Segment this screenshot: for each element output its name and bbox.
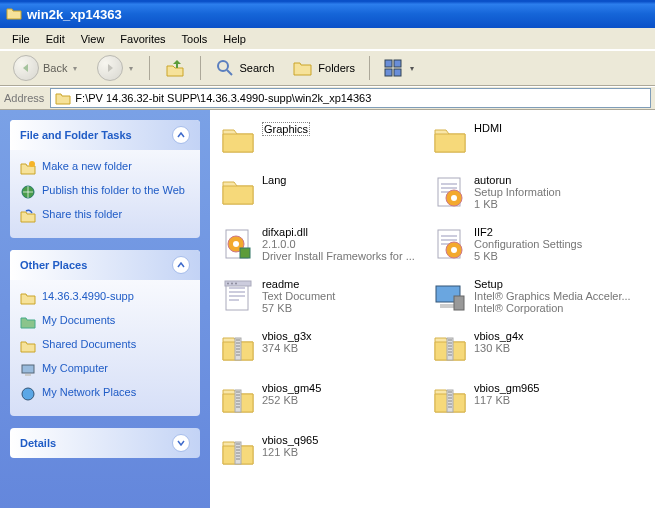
toolbar: Back ▾ ▾ Search Folders ▾	[0, 50, 655, 86]
file-item[interactable]: readmeText Document57 KB	[218, 274, 430, 318]
address-label: Address	[4, 92, 44, 104]
panel-other-places: Other Places 14.36.3.4990-supp My Docume…	[10, 250, 200, 416]
svg-point-16	[233, 241, 239, 247]
task-share[interactable]: Share this folder	[20, 204, 190, 228]
place-network[interactable]: My Network Places	[20, 382, 190, 406]
panel-head[interactable]: Details	[10, 428, 200, 458]
zip-icon	[432, 330, 468, 366]
file-meta: Setup Information	[474, 186, 640, 198]
search-label: Search	[239, 62, 274, 74]
panel-file-tasks: File and Folder Tasks Make a new folder …	[10, 120, 200, 238]
zip-icon	[220, 434, 256, 470]
shared-icon	[20, 338, 36, 354]
task-label: Share this folder	[42, 208, 122, 220]
place-my-documents[interactable]: My Documents	[20, 310, 190, 334]
collapse-icon	[172, 256, 190, 274]
file-name: Setup	[474, 278, 640, 290]
task-publish[interactable]: Publish this folder to the Web	[20, 180, 190, 204]
file-name: vbios_q965	[262, 434, 428, 446]
search-button[interactable]: Search	[208, 54, 281, 82]
menu-file[interactable]: File	[4, 31, 38, 47]
file-meta: 374 KB	[262, 342, 428, 354]
file-item[interactable]: IIF2Configuration Settings5 KB	[430, 222, 642, 266]
task-label: My Documents	[42, 314, 115, 326]
file-item[interactable]: vbios_gm965117 KB	[430, 378, 642, 422]
views-button[interactable]: ▾	[377, 55, 423, 81]
dll-icon	[220, 226, 256, 262]
titlebar: win2k_xp14363	[0, 0, 655, 28]
file-item[interactable]: difxapi.dll2.1.0.0Driver Install Framewo…	[218, 222, 430, 266]
svg-rect-8	[22, 365, 34, 373]
panel-head[interactable]: Other Places	[10, 250, 200, 280]
expand-icon	[172, 434, 190, 452]
file-item[interactable]: vbios_gm45252 KB	[218, 378, 430, 422]
file-item[interactable]: autorunSetup Information1 KB	[430, 170, 642, 214]
menu-tools[interactable]: Tools	[174, 31, 216, 47]
file-list[interactable]: GraphicsHDMILangautorunSetup Information…	[210, 110, 655, 508]
svg-point-6	[29, 161, 35, 167]
svg-rect-9	[25, 374, 31, 376]
task-new-folder[interactable]: Make a new folder	[20, 156, 190, 180]
back-icon	[13, 55, 39, 81]
menu-favorites[interactable]: Favorites	[112, 31, 173, 47]
file-meta: Configuration Settings	[474, 238, 640, 250]
file-name: vbios_g4x	[474, 330, 640, 342]
file-item[interactable]: SetupIntel® Graphics Media Acceler...Int…	[430, 274, 642, 318]
separator	[369, 56, 370, 80]
place-my-computer[interactable]: My Computer	[20, 358, 190, 382]
chevron-down-icon: ▾	[408, 64, 416, 73]
globe-icon	[20, 184, 36, 200]
back-button[interactable]: Back ▾	[6, 51, 86, 85]
addressbar: Address F:\PV 14.36.32-bit SUPP\14.36.3.…	[0, 86, 655, 110]
menu-help[interactable]: Help	[215, 31, 254, 47]
svg-rect-28	[454, 296, 464, 310]
file-meta: Intel® Graphics Media Acceler...	[474, 290, 640, 302]
file-meta: 57 KB	[262, 302, 428, 314]
new-folder-icon	[20, 160, 36, 176]
documents-icon	[20, 314, 36, 330]
task-label: Publish this folder to the Web	[42, 184, 185, 196]
file-meta: 130 KB	[474, 342, 640, 354]
file-item[interactable]: vbios_q965121 KB	[218, 430, 430, 474]
file-meta: Text Document	[262, 290, 428, 302]
folders-button[interactable]: Folders	[285, 54, 362, 82]
forward-button[interactable]: ▾	[90, 51, 142, 85]
file-meta: 2.1.0.0	[262, 238, 428, 250]
folder-icon	[20, 290, 36, 306]
file-meta: Driver Install Frameworks for ...	[262, 250, 428, 262]
forward-icon	[97, 55, 123, 81]
place-parent-folder[interactable]: 14.36.3.4990-supp	[20, 286, 190, 310]
file-item[interactable]: HDMI	[430, 118, 642, 162]
separator	[149, 56, 150, 80]
file-meta: Intel® Corporation	[474, 302, 640, 314]
place-shared-documents[interactable]: Shared Documents	[20, 334, 190, 358]
file-name: HDMI	[474, 122, 640, 134]
network-icon	[20, 386, 36, 402]
file-item[interactable]: vbios_g3x374 KB	[218, 326, 430, 370]
svg-point-25	[235, 283, 237, 285]
address-input[interactable]: F:\PV 14.36.32-bit SUPP\14.36.3.4990-sup…	[50, 88, 651, 108]
task-label: Shared Documents	[42, 338, 136, 350]
svg-rect-5	[394, 69, 401, 76]
folder-icon	[432, 122, 468, 158]
panel-title: Other Places	[20, 259, 87, 271]
svg-rect-4	[385, 69, 392, 76]
menu-view[interactable]: View	[73, 31, 113, 47]
file-name: Graphics	[262, 122, 310, 136]
chevron-down-icon: ▾	[127, 64, 135, 73]
file-item[interactable]: Lang	[218, 170, 430, 214]
computer-icon	[20, 362, 36, 378]
file-meta: 1 KB	[474, 198, 640, 210]
menu-edit[interactable]: Edit	[38, 31, 73, 47]
panel-head[interactable]: File and Folder Tasks	[10, 120, 200, 150]
svg-point-0	[218, 61, 228, 71]
menubar: File Edit View Favorites Tools Help	[0, 28, 655, 50]
file-meta: 252 KB	[262, 394, 428, 406]
file-name: readme	[262, 278, 428, 290]
file-item[interactable]: Graphics	[218, 118, 430, 162]
file-item[interactable]: vbios_g4x130 KB	[430, 326, 642, 370]
folder-icon	[220, 122, 256, 158]
svg-rect-2	[385, 60, 392, 67]
file-name: IIF2	[474, 226, 640, 238]
up-button[interactable]	[157, 53, 193, 83]
